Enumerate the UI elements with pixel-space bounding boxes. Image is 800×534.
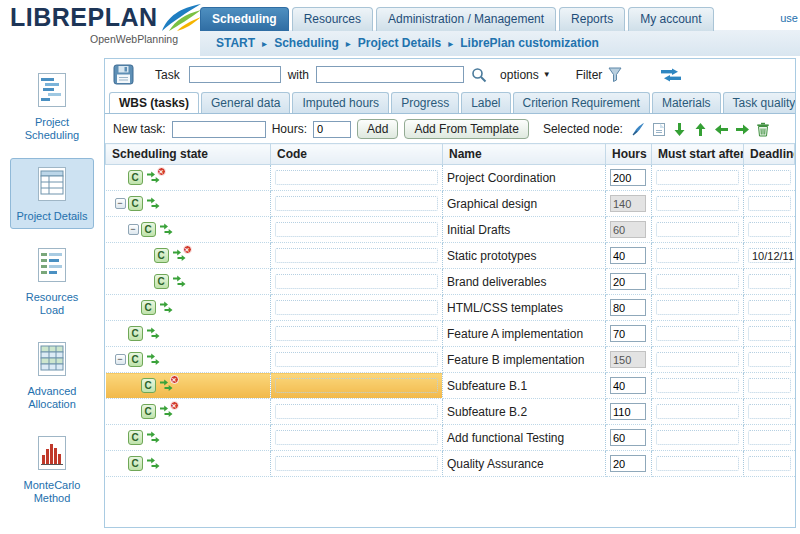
tab-imputed-hours[interactable]: Imputed hours (292, 92, 389, 113)
code-input[interactable] (275, 300, 438, 315)
must-start-after-cell[interactable] (652, 347, 744, 373)
tab-label[interactable]: Label (461, 92, 510, 113)
scheduling-state-icon[interactable]: C (154, 248, 169, 263)
must-start-after-input[interactable] (656, 326, 739, 341)
hours-input[interactable] (610, 325, 646, 342)
tab-wbs-tasks[interactable]: WBS (tasks) (109, 92, 199, 114)
must-start-after-cell[interactable] (652, 165, 744, 191)
deadline-input[interactable] (748, 222, 791, 237)
deadline-cell[interactable] (744, 425, 795, 451)
scheduling-state-icon[interactable]: C (128, 456, 143, 471)
sidebar-item-resources-load[interactable]: Resources Load (10, 239, 94, 323)
delete-trash-icon[interactable] (756, 122, 770, 137)
task-arrows-icon[interactable]: ✕ (173, 249, 186, 262)
hours-input[interactable] (610, 377, 646, 394)
task-arrows-icon[interactable]: ✕ (160, 405, 173, 418)
deadline-cell[interactable] (744, 399, 795, 425)
nav-tab-administration[interactable]: Administration / Management (376, 7, 556, 31)
add-from-template-button[interactable]: Add From Template (404, 119, 529, 139)
code-input[interactable] (275, 274, 438, 289)
pencil-icon[interactable] (631, 122, 646, 137)
table-row[interactable]: −CInitial Drafts (106, 217, 795, 243)
code-cell[interactable] (271, 295, 443, 321)
deadline-cell[interactable] (744, 321, 795, 347)
breadcrumb-item-project-details[interactable]: Project Details (358, 36, 441, 50)
task-arrows-icon[interactable] (147, 431, 160, 444)
task-arrows-icon[interactable] (160, 223, 173, 236)
must-start-after-cell[interactable] (652, 451, 744, 477)
code-cell[interactable] (271, 373, 443, 399)
task-arrows-icon[interactable]: ✕ (147, 171, 160, 184)
must-start-after-cell[interactable] (652, 217, 744, 243)
code-cell[interactable] (271, 269, 443, 295)
save-button[interactable] (113, 64, 134, 85)
must-start-after-input[interactable] (656, 170, 739, 185)
collapse-toggle-icon[interactable]: − (115, 354, 126, 365)
deadline-cell[interactable] (744, 295, 795, 321)
scheduling-state-icon[interactable]: C (141, 222, 156, 237)
deadline-input[interactable] (748, 300, 791, 315)
hours-input[interactable] (610, 403, 646, 420)
options-dropdown[interactable]: options ▼ (500, 68, 551, 82)
template-page-icon[interactable] (652, 122, 666, 137)
must-start-after-cell[interactable] (652, 295, 744, 321)
scheduling-state-icon[interactable]: C (128, 352, 143, 367)
scheduling-state-icon[interactable]: C (128, 170, 143, 185)
sidebar-item-project-scheduling[interactable]: Project Scheduling (10, 64, 94, 148)
collapse-toggle-icon[interactable]: − (115, 198, 126, 209)
expand-collapse-icon[interactable] (659, 68, 683, 82)
name-cell[interactable]: Subfeature B.1 (443, 373, 606, 399)
name-cell[interactable]: HTML/CSS templates (443, 295, 606, 321)
scheduling-state-icon[interactable]: C (154, 274, 169, 289)
deadline-input[interactable] (748, 430, 791, 445)
tab-materials[interactable]: Materials (652, 92, 721, 113)
deadline-cell[interactable] (744, 451, 795, 477)
new-task-input[interactable] (172, 121, 266, 138)
sidebar-item-advanced-allocation[interactable]: Advanced Allocation (10, 333, 94, 417)
code-input[interactable] (275, 430, 438, 445)
code-cell[interactable] (271, 243, 443, 269)
code-input[interactable] (275, 248, 438, 263)
must-start-after-cell[interactable] (652, 191, 744, 217)
table-row[interactable]: −CFeature B implementation (106, 347, 795, 373)
table-row[interactable]: CHTML/CSS templates (106, 295, 795, 321)
code-cell[interactable] (271, 321, 443, 347)
name-cell[interactable]: Feature B implementation (443, 347, 606, 373)
code-input[interactable] (275, 456, 438, 471)
user-menu[interactable]: use (780, 12, 798, 24)
name-cell[interactable]: Quality Assurance (443, 451, 606, 477)
task-arrows-icon[interactable] (147, 353, 160, 366)
scheduling-state-icon[interactable]: C (141, 300, 156, 315)
task-arrows-icon[interactable] (147, 327, 160, 340)
must-start-after-input[interactable] (656, 404, 739, 419)
table-row[interactable]: C✕Subfeature B.2 (106, 399, 795, 425)
deadline-cell[interactable] (744, 373, 795, 399)
scheduling-state-icon[interactable]: C (128, 326, 143, 341)
tab-criterion-requirement[interactable]: Criterion Requirement (513, 92, 650, 113)
task-arrows-icon[interactable] (173, 275, 186, 288)
table-row[interactable]: CQuality Assurance (106, 451, 795, 477)
deadline-input[interactable] (748, 404, 791, 419)
deadline-cell[interactable]: 10/12/11 (744, 243, 795, 269)
code-input[interactable] (275, 404, 438, 419)
table-row[interactable]: C✕Static prototypes10/12/11 (106, 243, 795, 269)
move-down-icon[interactable] (672, 122, 687, 137)
sidebar-item-project-details[interactable]: Project Details (10, 158, 94, 229)
must-start-after-cell[interactable] (652, 243, 744, 269)
code-input[interactable] (275, 352, 438, 367)
name-cell[interactable]: Subfeature B.2 (443, 399, 606, 425)
code-cell[interactable] (271, 451, 443, 477)
indent-right-icon[interactable] (735, 122, 750, 137)
nav-tab-reports[interactable]: Reports (559, 7, 625, 31)
code-cell[interactable] (271, 425, 443, 451)
code-cell[interactable] (271, 165, 443, 191)
scheduling-state-icon[interactable]: C (128, 430, 143, 445)
name-cell[interactable]: Add functional Testing (443, 425, 606, 451)
table-row[interactable]: C✕Subfeature B.1 (106, 373, 795, 399)
code-input[interactable] (275, 222, 438, 237)
table-row[interactable]: CAdd functional Testing (106, 425, 795, 451)
table-row[interactable]: CFeature A implementation (106, 321, 795, 347)
must-start-after-input[interactable] (656, 222, 739, 237)
hours-input[interactable] (610, 455, 646, 472)
task-arrows-icon[interactable] (160, 301, 173, 314)
